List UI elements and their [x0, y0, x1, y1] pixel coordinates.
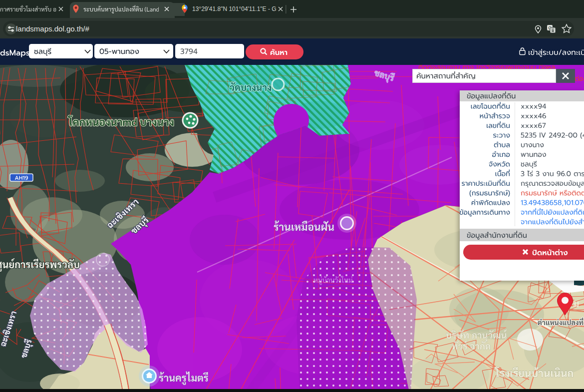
svg-text:landsmaps.dol.go.th/#: landsmaps.dol.go.th/#: [16, 24, 89, 33]
svg-text:13°29'41.8"N 101°04'11.1"E - G: 13°29'41.8"N 101°04'11.1"E - G: [192, 5, 277, 12]
